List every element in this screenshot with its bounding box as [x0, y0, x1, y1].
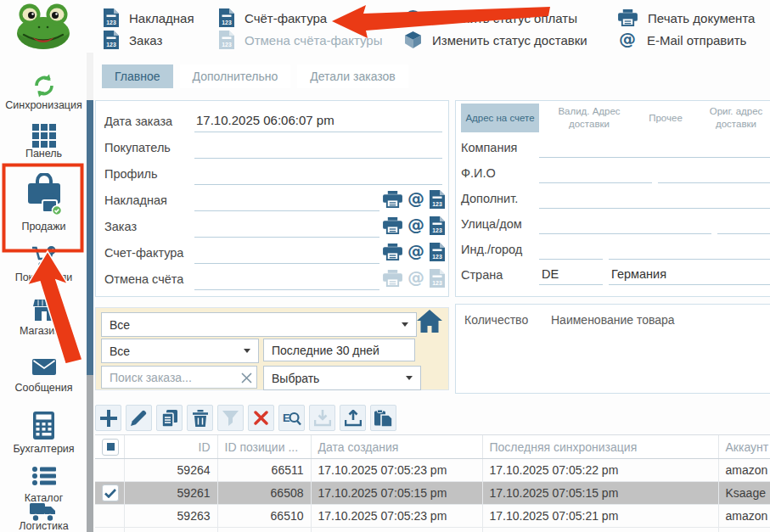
document-123-icon[interactable]: 123 [430, 216, 445, 235]
sidebar-scrollbar-thumb[interactable] [87, 100, 93, 375]
sidebar-item-sales-label[interactable]: Продажи [1, 221, 87, 232]
header-action-invoice-cancel[interactable]: 123Отмена счёта-фактуры [219, 29, 382, 51]
search-order-field [101, 366, 257, 389]
sidebar-item-catalog[interactable] [1, 467, 87, 485]
sidebar-scrollbar-lower[interactable] [87, 375, 93, 532]
field-input[interactable] [609, 238, 770, 260]
header-action-label: Печать документа [648, 11, 755, 25]
status-filter-select[interactable]: Все [101, 312, 417, 337]
field-input[interactable] [194, 162, 442, 185]
field-input[interactable] [194, 267, 379, 290]
header-action-delivery-note[interactable]: 123Накладная [104, 7, 194, 29]
field-input[interactable] [539, 162, 652, 183]
svg-text:123: 123 [106, 42, 116, 48]
product-name-column-header: Наименование товара [551, 313, 675, 327]
table-row[interactable]: 592616650817.10.2025 07:05:15 pm17.10.20… [95, 482, 770, 505]
sidebar-item-stores-label[interactable]: Магазины [1, 325, 87, 337]
column-header-5[interactable]: Аккаунт [718, 435, 770, 459]
printer-icon[interactable] [383, 244, 402, 260]
sidebar-item-customers[interactable] [1, 246, 87, 268]
preview-search-button[interactable]: E [278, 405, 305, 431]
field-input[interactable] [539, 213, 711, 234]
sidebar-item-stores[interactable] [1, 299, 87, 322]
at-icon[interactable]: @ [407, 243, 425, 261]
printer-icon[interactable] [383, 270, 402, 287]
sidebar-item-customers-label[interactable]: Покупатели [1, 272, 87, 283]
tab-main-1[interactable]: Дополнительно [180, 64, 291, 88]
table-row[interactable]: 592626650917.10.2025 07:05:19 pm17.10.20… [95, 528, 770, 532]
row-checkbox[interactable] [102, 484, 119, 501]
header-action-payment-status[interactable]: Изменить статус оплаты [404, 7, 577, 29]
type-filter-select[interactable]: Все [101, 339, 259, 363]
document-123-icon[interactable]: 123 [430, 243, 445, 261]
table-row[interactable]: 592646651117.10.2025 07:05:23 pm17.10.20… [95, 459, 770, 482]
edit-button[interactable] [126, 405, 152, 431]
document-123-icon[interactable]: 123 [430, 269, 445, 288]
field-input[interactable]: DE [539, 264, 603, 285]
header-action-shipping-status[interactable]: Изменить статус доставки [404, 29, 587, 51]
field-label: Дополнит. [461, 192, 518, 205]
printer-icon[interactable] [383, 191, 402, 208]
sidebar-item-messages-label[interactable]: Сообщения [1, 382, 87, 394]
field-input[interactable] [658, 162, 770, 183]
search-order-input[interactable] [101, 366, 257, 389]
field-label: Улица/дом [461, 217, 522, 231]
tab-address-3[interactable]: Ориг. адрес доставки [695, 104, 770, 132]
tab-address-2[interactable]: Прочее [639, 104, 692, 132]
field-input[interactable] [717, 213, 770, 234]
column-header-4[interactable]: Последняя синхронизация [482, 435, 718, 459]
home-button[interactable] [417, 310, 442, 336]
header-action-send-email[interactable]: @E-Mail отправить [618, 29, 746, 51]
sidebar-item-panel-label[interactable]: Панель [1, 148, 87, 160]
delete-button[interactable] [187, 405, 213, 431]
filter-button[interactable] [217, 405, 244, 431]
at-icon[interactable]: @ [407, 269, 425, 288]
copy-button[interactable] [156, 405, 183, 431]
tab-main-0[interactable]: Главное [102, 64, 173, 88]
document-action-icons: @123 [383, 269, 445, 288]
choose-filter-select[interactable]: Выбрать [263, 366, 421, 390]
field-input[interactable] [539, 238, 603, 260]
tab-address-1[interactable]: Валид. Адрес доставки [542, 104, 636, 132]
field-input[interactable] [194, 188, 379, 211]
sidebar-item-sync[interactable] [1, 73, 87, 98]
paste-button[interactable] [370, 405, 396, 431]
sidebar-item-logistics-label[interactable]: Логистика [1, 520, 87, 532]
sidebar-item-accounting[interactable] [1, 412, 87, 440]
sidebar-item-accounting-label[interactable]: Бухгалтерия [1, 443, 87, 455]
clear-search-icon[interactable] [241, 372, 252, 387]
period-input[interactable] [263, 339, 415, 361]
header-action-order[interactable]: 123Заказ [104, 29, 162, 51]
field-input[interactable] [194, 136, 442, 159]
shipping-cube-icon [404, 31, 422, 49]
add-button[interactable] [95, 405, 121, 431]
export-button[interactable] [340, 405, 366, 431]
field-input[interactable]: Германия [609, 264, 770, 285]
field-input[interactable]: 17.10.2025 06:06:07 pm [194, 109, 442, 132]
field-input[interactable] [194, 241, 379, 264]
field-input[interactable] [194, 215, 379, 238]
field-input[interactable] [539, 188, 770, 209]
at-icon[interactable]: @ [407, 190, 425, 209]
sidebar-item-messages[interactable] [1, 359, 87, 375]
tab-main-2[interactable]: Детали заказов [297, 64, 407, 88]
clear-filter-button[interactable] [248, 405, 274, 431]
column-header-1[interactable]: ID [124, 435, 217, 459]
column-header-2[interactable]: ID позиции ... [217, 435, 311, 459]
field-input[interactable] [539, 137, 770, 158]
at-icon[interactable]: @ [407, 216, 425, 235]
document-123-icon[interactable]: 123 [430, 190, 445, 209]
select-all-checkbox[interactable] [102, 439, 119, 456]
sidebar-item-sync-label[interactable]: Синхронизация [1, 99, 87, 111]
table-row[interactable]: 592636651017.10.2025 07:05:23 pm17.10.20… [95, 505, 770, 528]
column-header-3[interactable]: Дата создания [311, 435, 482, 459]
header-action-invoice[interactable]: 123Счёт-фактура [219, 7, 327, 29]
printer-icon[interactable] [383, 217, 402, 234]
check-icon [104, 489, 116, 498]
tab-address-0[interactable]: Адрес на счете [461, 104, 539, 132]
import-button[interactable] [309, 405, 335, 431]
sidebar-item-sales[interactable] [1, 173, 87, 216]
column-header-0[interactable] [95, 435, 124, 459]
header-action-print-document[interactable]: Печать документа [618, 7, 755, 29]
sidebar-item-panel[interactable] [1, 124, 87, 148]
